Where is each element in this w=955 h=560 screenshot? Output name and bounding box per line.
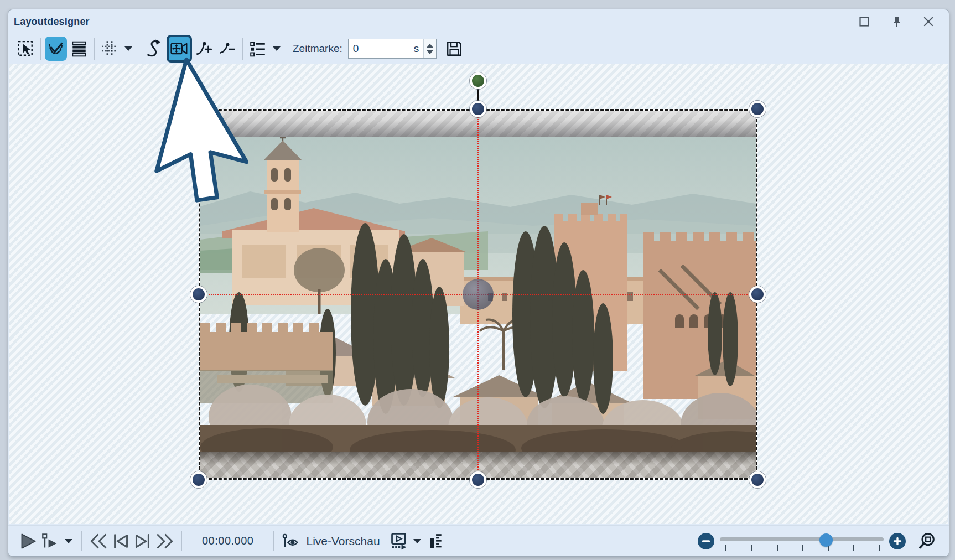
grid-icon	[101, 40, 118, 58]
remove-keypoint-icon	[219, 40, 236, 58]
live-preview-icon	[281, 533, 300, 549]
object-list-dropdown-chevron-down-icon[interactable]	[273, 46, 281, 51]
preview-options-chevron-down-icon[interactable]	[413, 539, 421, 543]
grid-button[interactable]	[98, 37, 121, 61]
close-icon	[923, 16, 934, 27]
spin-down-icon[interactable]	[427, 50, 433, 54]
zoom-slider-thumb[interactable]	[819, 533, 833, 547]
time-display: 00:00.000	[202, 535, 253, 547]
separator	[40, 38, 41, 60]
selection-handle-middle-left[interactable]	[190, 286, 207, 303]
play-from-marker-button[interactable]	[39, 529, 61, 553]
slider-tick	[725, 545, 726, 551]
selection-handle-top-right[interactable]	[749, 101, 766, 117]
transport-bar: 00:00.000 Live-Vorschau	[8, 525, 949, 556]
grid-dropdown-chevron-down-icon[interactable]	[124, 46, 132, 51]
skip-start-icon	[89, 533, 108, 549]
preview-window-button[interactable]	[388, 529, 410, 553]
slider-tick	[853, 545, 854, 551]
zoom-fit-icon	[918, 532, 937, 551]
selection-handle-bottom-center[interactable]	[470, 471, 486, 488]
fast-forward-button[interactable]	[154, 529, 176, 553]
selection-handle-middle-right[interactable]	[749, 286, 766, 303]
slider-tick	[802, 545, 803, 551]
pin-button[interactable]	[890, 15, 902, 28]
motion-path-icon	[47, 40, 65, 58]
maximize-icon	[859, 16, 870, 27]
toolbar: Zeitmarke: s	[8, 34, 949, 66]
zeitmarke-field: s	[348, 39, 437, 59]
zeitmarke-input[interactable]	[349, 39, 413, 58]
pin-icon	[891, 16, 902, 27]
separator	[181, 531, 182, 551]
layoutdesigner-window: Layoutdesigner	[8, 9, 949, 557]
level-meter-button[interactable]	[424, 529, 447, 553]
zoom-controls	[698, 532, 937, 551]
selection-handle-bottom-left[interactable]	[190, 471, 207, 488]
camera-pan-icon	[170, 40, 189, 58]
skip-start-button[interactable]	[87, 529, 110, 553]
object-list-icon	[249, 40, 267, 58]
select-tool-button[interactable]	[14, 37, 37, 61]
slider-tick	[751, 545, 752, 551]
motion-path-toggle[interactable]	[45, 37, 67, 61]
level-meter-icon	[427, 532, 444, 550]
separator	[273, 531, 274, 551]
zoom-slider	[720, 532, 884, 551]
zeitmarke-label: Zeitmarke:	[293, 43, 342, 55]
remove-keypoint-button[interactable]	[216, 37, 238, 61]
separator	[94, 38, 95, 60]
curve-tool-button[interactable]	[143, 37, 165, 61]
select-tool-icon	[17, 40, 34, 58]
zeitmarke-spinner	[423, 39, 436, 58]
screen: Layoutdesigner	[0, 0, 955, 560]
play-options-chevron-down-icon[interactable]	[65, 539, 72, 543]
play-button[interactable]	[17, 529, 39, 553]
zoom-slider-track[interactable]	[720, 537, 884, 541]
prev-frame-icon	[111, 533, 131, 549]
zeitmarke-unit: s	[413, 39, 424, 58]
live-preview-button[interactable]	[279, 529, 302, 553]
layout-canvas[interactable]	[9, 64, 948, 524]
play-icon	[20, 533, 37, 549]
separator	[242, 38, 243, 60]
rotation-handle[interactable]	[470, 72, 486, 89]
zoom-out-icon	[702, 537, 710, 546]
slider-tick	[777, 545, 778, 551]
zoom-out-button[interactable]	[698, 533, 714, 549]
prev-frame-button[interactable]	[110, 529, 132, 553]
add-keypoint-button[interactable]	[193, 37, 215, 61]
separator	[139, 38, 139, 60]
next-frame-icon	[133, 533, 153, 549]
curve-icon	[145, 39, 164, 58]
play-from-marker-icon	[41, 533, 59, 549]
add-keypoint-icon	[195, 40, 213, 58]
zoom-fit-button[interactable]	[918, 532, 937, 551]
object-list-button[interactable]	[247, 37, 269, 61]
selection-handle-top-center[interactable]	[470, 101, 486, 117]
titlebar: Layoutdesigner	[8, 9, 949, 34]
maximize-button[interactable]	[858, 15, 870, 28]
next-frame-button[interactable]	[132, 529, 154, 553]
layers-icon	[70, 40, 88, 58]
selection-handle-bottom-right[interactable]	[749, 471, 766, 488]
zoom-in-icon	[893, 537, 902, 546]
preview-window-icon	[390, 532, 408, 550]
selection-frame[interactable]	[199, 109, 757, 480]
zoom-in-button[interactable]	[889, 533, 906, 549]
fast-forward-icon	[155, 533, 175, 549]
save-icon	[446, 40, 463, 57]
save-button[interactable]	[443, 37, 465, 61]
separator	[81, 531, 82, 551]
close-button[interactable]	[922, 15, 935, 28]
window-title: Layoutdesigner	[14, 16, 90, 28]
live-preview-label: Live-Vorschau	[306, 535, 380, 548]
layers-button[interactable]	[68, 37, 90, 61]
spin-up-icon[interactable]	[427, 44, 433, 48]
slider-tick	[879, 545, 880, 551]
